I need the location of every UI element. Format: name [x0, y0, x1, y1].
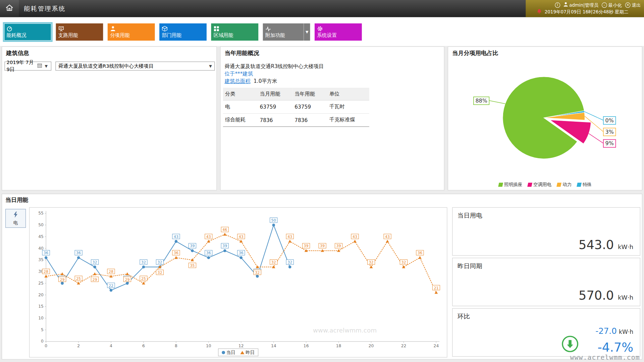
data-point[interactable] — [288, 265, 291, 268]
point-label: 36 — [239, 251, 244, 255]
annual-overview-panel: 当年用能概况 舜通大厦及轨道交通R3线控制中心大楼项目 位于***建筑 建筑总面… — [220, 46, 444, 190]
nav-tile-branch-energy[interactable]: 支路用能 — [56, 23, 103, 41]
data-point[interactable] — [256, 275, 259, 278]
point-label: 36 — [174, 251, 178, 255]
area-line: 建筑总面积 1.0平方米 — [225, 78, 277, 85]
pie-legend-item[interactable]: 特殊 — [577, 181, 592, 187]
legend-swatch-icon — [527, 182, 532, 186]
x-tick-label: 12 — [238, 344, 244, 348]
nav-tile-area-energy[interactable]: 区域用能 — [211, 23, 258, 41]
x-tick-label: 20 — [369, 344, 374, 348]
data-point[interactable] — [272, 224, 275, 227]
data-point[interactable] — [110, 289, 113, 292]
info-icon[interactable]: i — [555, 2, 560, 8]
data-point[interactable] — [337, 249, 340, 252]
tab-electricity[interactable]: 电 — [5, 209, 26, 228]
daily-stats-column: 当日用电 543.0 kW·h 昨日同期 570.0 kW·h 环比 — [452, 207, 640, 359]
data-point[interactable] — [93, 265, 96, 268]
bell-icon[interactable] — [536, 9, 542, 16]
x-tick-label: 8 — [175, 344, 177, 348]
table-cell: 电 — [223, 100, 258, 113]
nav-tile-department-energy[interactable]: 部门用能 — [159, 23, 207, 41]
logout-button[interactable]: × 退出 — [625, 2, 641, 8]
point-label: 22 — [109, 284, 113, 288]
y-tick-label: 55 — [38, 211, 44, 216]
y-tick-label: 35 — [38, 257, 44, 262]
data-point[interactable] — [142, 265, 145, 268]
chevron-down-icon[interactable]: ▼ — [43, 64, 49, 68]
nav-tile-system-settings[interactable]: 系统设置 — [315, 23, 362, 41]
data-point[interactable] — [175, 240, 178, 243]
date-picker[interactable]: 2019年 7月 9日 ▼ — [4, 62, 51, 71]
table-row: 电6375963759千瓦时 — [223, 100, 369, 113]
point-label: 39 — [320, 244, 325, 248]
data-point[interactable] — [45, 256, 48, 259]
data-point[interactable] — [418, 256, 422, 259]
building-info-panel: 建筑信息 2019年 7月 9日 ▼ 舜通大厦及轨道交通R3线控制中心大楼项目 … — [2, 46, 217, 190]
point-label: 25 — [141, 277, 146, 281]
pie-legend-item[interactable]: 照明插座 — [498, 181, 522, 187]
chevron-down-icon[interactable]: ▼ — [304, 23, 310, 41]
pie-chart-panel: 当月分项用电占比 0%3%9%88% 照明插座空调用电动力特殊 — [448, 46, 642, 190]
data-point[interactable] — [239, 256, 243, 259]
data-point[interactable] — [223, 249, 226, 252]
session-info-box: i admin|管理员 – 最小化 × 退出 — [526, 0, 644, 17]
area-label[interactable]: 建筑总面积 — [225, 78, 251, 84]
pie-legend-item[interactable]: 空调用电 — [528, 181, 551, 187]
panel-title: 当年用能概况 — [221, 47, 444, 59]
x-tick-label: 16 — [304, 344, 309, 348]
nav-tile-energy-overview[interactable]: 能耗概况 — [4, 23, 51, 41]
point-label: 32 — [287, 260, 292, 264]
data-point[interactable] — [77, 282, 80, 285]
data-point[interactable] — [126, 282, 129, 285]
y-tick-label: 25 — [38, 281, 44, 286]
table-header-cell: 分类 — [223, 88, 258, 101]
user-name: admin|管理员 — [569, 2, 598, 8]
data-point[interactable] — [207, 256, 210, 259]
calendar-icon[interactable] — [37, 63, 42, 69]
point-label: 32 — [93, 260, 97, 264]
series-line-0 — [46, 225, 290, 290]
data-point[interactable] — [61, 282, 64, 285]
data-point[interactable] — [109, 275, 113, 278]
data-point[interactable] — [77, 256, 80, 259]
data-point[interactable] — [61, 272, 64, 275]
data-point[interactable] — [353, 240, 357, 243]
app-title: 能耗管理系统 — [24, 5, 66, 12]
area-value: 1.0平方米 — [254, 78, 277, 84]
y-tick-label: 40 — [38, 246, 44, 251]
pie-legend-item[interactable]: 动力 — [557, 181, 572, 187]
location-text[interactable]: 位于***建筑 — [225, 71, 253, 78]
data-point[interactable] — [386, 240, 389, 243]
date-value: 2019年 7月 9日 — [7, 59, 36, 73]
data-point[interactable] — [223, 233, 226, 236]
nav-tile-additional-functions[interactable]: 附加功能 ▼ — [263, 23, 310, 41]
pie-callout-label: 0% — [605, 117, 614, 124]
y-tick-label: 0 — [41, 339, 44, 344]
x-tick-label: 2 — [77, 344, 80, 348]
table-header-cell: 当月用能 — [258, 88, 292, 101]
nav-tile-subitem-energy[interactable]: 分项用能 — [108, 23, 155, 41]
data-point[interactable] — [435, 291, 438, 294]
data-point[interactable] — [288, 240, 291, 243]
point-label: 43 — [239, 235, 244, 239]
nav-bar: 能耗概况 支路用能 分项用能 部门用能 — [0, 17, 644, 46]
data-point[interactable] — [126, 272, 129, 275]
data-point[interactable] — [174, 256, 178, 259]
minimize-button[interactable]: – 最小化 — [602, 2, 622, 8]
project-select[interactable]: 舜通大厦及轨道交通R3线控制中心大楼项目 ▼ — [55, 62, 215, 71]
data-point[interactable] — [93, 272, 97, 275]
line-chart-panel: 0510152025303540455055024681012141618202… — [29, 207, 447, 357]
home-button[interactable] — [0, 0, 19, 17]
pie-callout-line — [589, 133, 603, 143]
stat-label: 昨日同期 — [458, 262, 482, 270]
chart-legend[interactable]: 当日 昨日 — [218, 349, 258, 356]
point-label: 32 — [369, 260, 374, 264]
data-point[interactable] — [191, 249, 194, 252]
table-row: 综合能耗78367836千克标准煤 — [223, 114, 369, 127]
table-cell: 千克标准煤 — [327, 114, 369, 127]
point-label: 32 — [157, 270, 162, 275]
table-cell: 7836 — [292, 114, 327, 127]
point-label: 32 — [255, 270, 260, 275]
user-menu[interactable]: admin|管理员 — [564, 2, 598, 8]
